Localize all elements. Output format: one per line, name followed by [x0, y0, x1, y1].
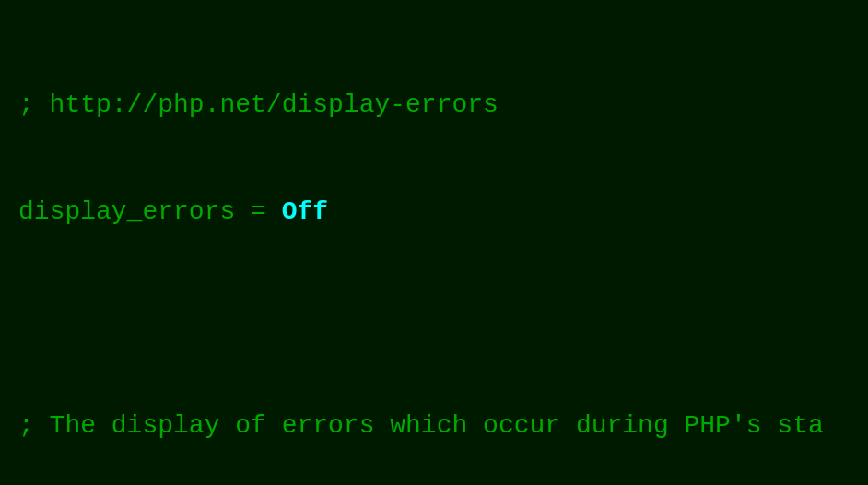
line-4: ; The display of errors which occur duri… [18, 408, 850, 444]
line-1: ; http://php.net/display-errors [18, 88, 850, 124]
line-2: display_errors = Off [18, 195, 850, 231]
code-editor: ; http://php.net/display-errors display_… [18, 17, 850, 485]
line-3 [18, 302, 850, 337]
keyword-off-1: Off [282, 197, 328, 226]
